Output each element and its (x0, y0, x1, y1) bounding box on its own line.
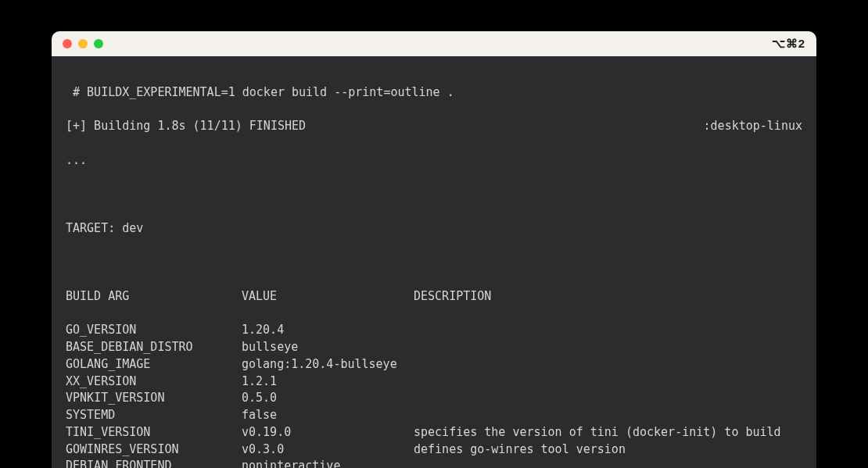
cell-value: v0.19.0 (242, 424, 414, 441)
table-row: GOLANG_IMAGEgolang:1.20.4-bullseye (66, 356, 802, 373)
blank-line (66, 186, 802, 203)
terminal-window: ⌥⌘2 # BUILDX_EXPERIMENTAL=1 docker build… (52, 31, 816, 468)
cell-value: v0.3.0 (242, 441, 414, 459)
cell-value: noninteractive (242, 458, 414, 468)
cell-build-arg: GOLANG_IMAGE (66, 356, 242, 373)
table-row: GOWINRES_VERSIONv0.3.0defines go-winres … (66, 441, 802, 459)
command-line: # BUILDX_EXPERIMENTAL=1 docker build --p… (66, 84, 802, 102)
maximize-icon[interactable] (94, 39, 103, 48)
table-row: XX_VERSION1.2.1 (66, 373, 802, 391)
cell-build-arg: DEBIAN_FRONTEND (66, 458, 242, 468)
cell-build-arg: GO_VERSION (66, 322, 242, 339)
ellipsis-line: ... (66, 152, 802, 170)
header-value: VALUE (242, 288, 414, 305)
cell-value: 0.5.0 (242, 390, 414, 407)
cell-build-arg: TINI_VERSION (66, 424, 242, 441)
cell-value: 1.20.4 (242, 322, 414, 339)
table-row: TINI_VERSIONv0.19.0specifies the version… (66, 424, 802, 441)
table-header: BUILD ARGVALUEDESCRIPTION (66, 288, 802, 305)
close-icon[interactable] (63, 39, 72, 48)
cell-build-arg: BASE_DEBIAN_DISTRO (66, 339, 242, 356)
cell-description (414, 390, 802, 407)
cell-description (414, 322, 802, 339)
header-description: DESCRIPTION (414, 288, 802, 305)
command-text: BUILDX_EXPERIMENTAL=1 docker build --pri… (87, 85, 454, 99)
cell-build-arg: XX_VERSION (66, 373, 242, 391)
table-row: BASE_DEBIAN_DISTRObullseye (66, 339, 802, 356)
cell-build-arg: VPNKIT_VERSION (66, 390, 242, 407)
cell-value: golang:1.20.4-bullseye (242, 356, 414, 373)
table-row: DEBIAN_FRONTENDnoninteractive (66, 458, 802, 468)
cell-description (414, 373, 802, 391)
cell-description (414, 356, 802, 373)
cell-description (414, 339, 802, 356)
window-titlebar: ⌥⌘2 (52, 31, 816, 56)
cell-description: specifies the version of tini (docker-in… (414, 424, 802, 441)
cell-value: 1.2.1 (242, 373, 414, 391)
cell-value: false (242, 407, 414, 424)
prompt-prefix: # (66, 85, 87, 99)
window-shortcut-label: ⌥⌘2 (772, 37, 805, 51)
blank-line (66, 254, 802, 271)
cell-description: defines go-winres tool version (414, 441, 802, 459)
traffic-lights (63, 39, 103, 48)
build-status-left: [+] Building 1.8s (11/11) FINISHED (66, 118, 704, 135)
table-row: SYSTEMDfalse (66, 407, 802, 424)
table-row: GO_VERSION1.20.4 (66, 322, 802, 339)
cell-value: bullseye (242, 339, 414, 356)
terminal-content[interactable]: # BUILDX_EXPERIMENTAL=1 docker build --p… (52, 56, 816, 468)
target-line: TARGET: dev (66, 220, 802, 238)
header-build-arg: BUILD ARG (66, 288, 242, 305)
minimize-icon[interactable] (78, 39, 88, 48)
cell-build-arg: SYSTEMD (66, 407, 242, 424)
build-status-line: [+] Building 1.8s (11/11) FINISHED:deskt… (66, 118, 802, 135)
cell-description (414, 458, 802, 468)
cell-description (414, 407, 802, 424)
table-row: VPNKIT_VERSION0.5.0 (66, 390, 802, 407)
cell-build-arg: GOWINRES_VERSION (66, 441, 242, 459)
build-status-right: :desktop-linux (704, 118, 802, 135)
